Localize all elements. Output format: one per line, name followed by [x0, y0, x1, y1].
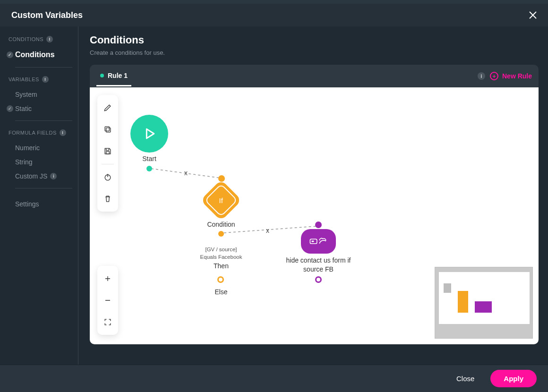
action-node[interactable] [301, 229, 336, 254]
page-subtitle: Create a conditions for use. [90, 49, 539, 56]
svg-rect-4 [106, 128, 111, 132]
sidebar-item-label: System [15, 91, 37, 98]
new-rule-button[interactable]: + New Rule [490, 72, 532, 80]
modal-title: Custom Variables [11, 10, 83, 20]
sidebar-section-label: CONDITIONS [9, 36, 43, 42]
info-icon[interactable]: i [478, 72, 485, 80]
divider [15, 120, 72, 121]
minimap[interactable] [435, 267, 533, 339]
minimap-node [475, 301, 492, 313]
divider [15, 67, 72, 68]
then-label: Then [199, 262, 243, 270]
modal-header: Custom Variables [0, 4, 548, 26]
canvas-toolbar [97, 95, 118, 212]
condition-expression: [GV / source] Equals Facebook [184, 246, 258, 261]
sidebar-item-numeric[interactable]: Numeric [9, 141, 72, 155]
condition-expr-line: [GV / source] [184, 246, 258, 254]
new-rule-label: New Rule [502, 72, 532, 80]
zoom-toolbar [97, 266, 118, 335]
trash-icon[interactable] [97, 188, 118, 210]
tab-rule-1[interactable]: Rule 1 [96, 66, 131, 86]
rule-canvas[interactable]: x x Start If Condition [GV / source] [90, 87, 539, 344]
page-title: Conditions [90, 34, 539, 46]
info-icon[interactable]: i [50, 173, 57, 179]
condition-node-label: Condition [188, 221, 254, 228]
sidebar-item-label: String [15, 158, 33, 166]
connector-out-icon[interactable] [146, 166, 152, 171]
modal-footer: Close Apply [0, 365, 548, 392]
plus-circle-icon: + [490, 72, 498, 80]
sidebar-item-string[interactable]: String [9, 155, 72, 169]
copy-icon[interactable] [97, 119, 118, 140]
apply-button[interactable]: Apply [490, 370, 537, 387]
svg-rect-3 [312, 240, 314, 242]
minimap-node [444, 283, 451, 293]
info-icon[interactable]: i [42, 76, 49, 83]
sidebar-section-conditions: CONDITIONS i [9, 36, 72, 43]
minimap-viewport [439, 272, 530, 324]
svg-rect-6 [106, 152, 110, 154]
sidebar-item-label: Static [15, 105, 32, 112]
sidebar-section-formula: FORMULA FIELDS i [9, 129, 72, 136]
sidebar-item-system[interactable]: System [9, 87, 72, 102]
close-icon[interactable] [526, 9, 539, 22]
sidebar-section-label: FORMULA FIELDS [9, 130, 57, 136]
sidebar: CONDITIONS i Conditions VARIABLES i Syst… [0, 26, 78, 365]
sidebar-item-static[interactable]: Static [9, 102, 72, 116]
info-icon[interactable]: i [60, 129, 66, 136]
start-node[interactable] [130, 115, 168, 153]
sidebar-section-variables: VARIABLES i [9, 76, 72, 83]
connector-open-icon[interactable] [315, 276, 322, 283]
connector-out-icon[interactable] [218, 231, 224, 237]
condition-if-label: If [219, 196, 223, 205]
close-button[interactable]: Close [446, 370, 485, 387]
minimap-node [458, 291, 468, 313]
condition-expr-line: Equals Facebook [184, 254, 258, 261]
main-panel: Conditions Create a conditions for use. … [78, 26, 548, 365]
sidebar-item-label: Numeric [15, 144, 40, 152]
condition-node[interactable]: If [200, 179, 242, 221]
divider [15, 188, 72, 188]
sidebar-item-conditions[interactable]: Conditions [9, 47, 72, 62]
connector-open-icon[interactable] [217, 276, 224, 283]
fullscreen-icon[interactable] [97, 311, 118, 333]
edit-icon[interactable] [97, 97, 118, 119]
sidebar-section-label: VARIABLES [9, 77, 39, 82]
tab-label: Rule 1 [108, 72, 128, 79]
sidebar-item-label: Settings [15, 200, 39, 208]
connector-in-icon[interactable] [218, 175, 225, 182]
svg-rect-5 [105, 127, 109, 131]
connector-in-icon[interactable] [315, 222, 322, 228]
zoom-in-icon[interactable] [97, 268, 118, 290]
save-icon[interactable] [97, 140, 118, 162]
sidebar-item-settings[interactable]: Settings [9, 197, 72, 211]
sidebar-item-label: Conditions [15, 51, 55, 59]
active-dot-icon [100, 74, 104, 77]
else-label: Else [199, 288, 243, 296]
zoom-out-icon[interactable] [97, 290, 118, 311]
sidebar-item-label: Custom JS [15, 172, 47, 180]
power-icon[interactable] [97, 166, 118, 188]
action-node-label: hide contact us form if source FB [278, 256, 359, 274]
start-node-label: Start [130, 155, 168, 162]
sidebar-item-customjs[interactable]: Custom JS i [9, 169, 72, 183]
info-icon[interactable]: i [46, 36, 53, 43]
rule-tabs-bar: Rule 1 i + New Rule [90, 65, 539, 87]
